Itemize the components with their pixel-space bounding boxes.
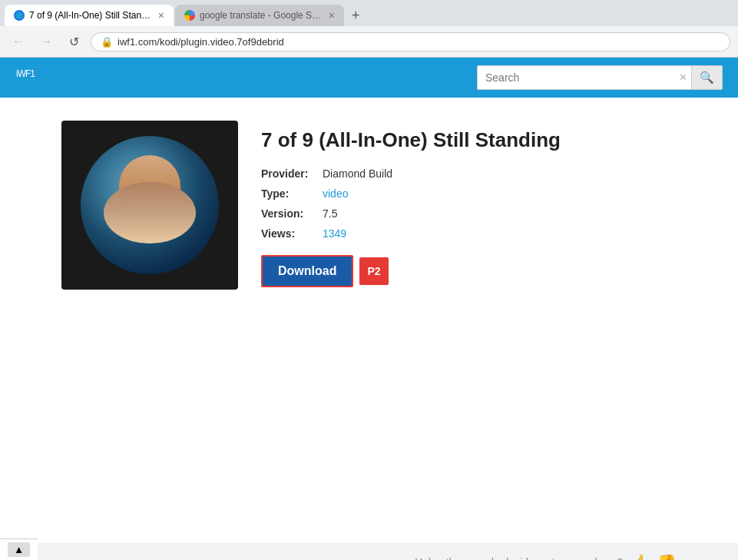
- thumbs-up-icon[interactable]: 👍: [630, 553, 650, 560]
- scroll-button[interactable]: ▲: [8, 542, 30, 557]
- views-label: Views:: [261, 227, 323, 240]
- search-button[interactable]: 🔍: [691, 66, 722, 89]
- tab-close-active[interactable]: ×: [158, 9, 164, 22]
- tab-title-inactive: google translate - Google Search: [200, 10, 324, 21]
- site-favicon: [14, 10, 25, 21]
- vote-bar: Help other people decide, vote up or dow…: [0, 543, 738, 560]
- version-value: 7.5: [323, 207, 337, 220]
- provider-row: Provider: Diamond Build: [261, 167, 677, 180]
- thumbs-down-icon[interactable]: 👎: [657, 553, 677, 560]
- forward-button[interactable]: →: [35, 31, 57, 52]
- type-label: Type:: [261, 187, 323, 200]
- tab-active[interactable]: 7 of 9 (All-In-One) Still Standing ×: [5, 5, 174, 26]
- site-logo[interactable]: iWF1: [15, 65, 35, 90]
- tab-bar: 7 of 9 (All-In-One) Still Standing × goo…: [0, 0, 738, 26]
- search-icon: 🔍: [700, 71, 714, 84]
- download-button[interactable]: Download: [261, 255, 353, 287]
- site-header: iWF1 × 🔍: [0, 58, 738, 98]
- p2-badge: P2: [359, 257, 388, 285]
- type-value: video: [323, 187, 348, 200]
- back-button[interactable]: ←: [8, 31, 29, 52]
- plugin-details: 7 of 9 (All-In-One) Still Standing Provi…: [261, 121, 677, 290]
- lock-icon: 🔒: [101, 36, 113, 48]
- search-input[interactable]: [478, 67, 675, 88]
- download-area: Download P2: [261, 255, 677, 287]
- type-row: Type: video: [261, 187, 677, 200]
- browser-window: 7 of 9 (All-In-One) Still Standing × goo…: [0, 0, 738, 58]
- new-tab-button[interactable]: +: [346, 6, 366, 25]
- reload-button[interactable]: ↺: [63, 31, 84, 52]
- version-label: Version:: [261, 207, 323, 220]
- plugin-image: [61, 121, 238, 290]
- nav-bar: ← → ↺ 🔒 iwf1.com/kodi/plugin.video.7of9d…: [0, 26, 738, 58]
- views-row: Views: 1349: [261, 227, 677, 240]
- views-value: 1349: [323, 227, 346, 240]
- logo-text: iWF1: [16, 68, 35, 79]
- search-box: × 🔍: [477, 65, 723, 90]
- tab-close-inactive[interactable]: ×: [329, 9, 335, 22]
- search-clear-icon[interactable]: ×: [675, 71, 691, 84]
- plugin-info: 7 of 9 (All-In-One) Still Standing Provi…: [61, 121, 677, 290]
- provider-value: Diamond Build: [323, 167, 392, 180]
- tab-title-active: 7 of 9 (All-In-One) Still Standing: [29, 10, 154, 21]
- portrait-image: [81, 136, 219, 274]
- vote-text: Help other people decide, vote up or dow…: [415, 556, 623, 560]
- plugin-title: 7 of 9 (All-In-One) Still Standing: [261, 128, 677, 152]
- provider-label: Provider:: [261, 167, 323, 180]
- google-favicon: [184, 10, 195, 21]
- version-row: Version: 7.5: [261, 207, 677, 220]
- tab-inactive[interactable]: google translate - Google Search ×: [175, 5, 344, 26]
- address-bar[interactable]: 🔒 iwf1.com/kodi/plugin.video.7of9debrid: [91, 32, 730, 51]
- content-area: 7 of 9 (All-In-One) Still Standing Provi…: [0, 98, 738, 543]
- scroll-indicator: ▲: [0, 538, 38, 560]
- address-text: iwf1.com/kodi/plugin.video.7of9debrid: [117, 36, 720, 48]
- svg-point-0: [15, 12, 23, 19]
